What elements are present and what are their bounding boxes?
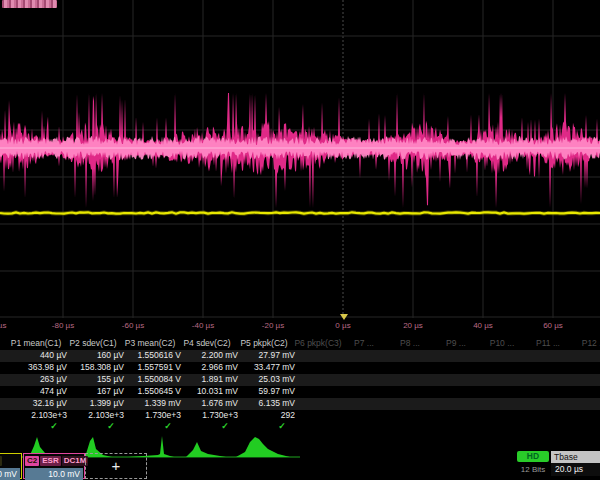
timebase-value: 20.0 µs bbox=[551, 463, 600, 476]
measure-value: 160 µV bbox=[62, 350, 124, 360]
measure-value: 2.103e+3 bbox=[62, 410, 124, 420]
timebase-label: Tbase bbox=[551, 451, 600, 463]
time-axis-label: -100 µs bbox=[0, 321, 6, 330]
hd-mode-badge[interactable]: HD bbox=[517, 451, 549, 462]
c2-channel-tag: C2 bbox=[25, 456, 39, 466]
measure-value: 474 µV bbox=[5, 386, 67, 396]
time-axis-label: -40 µs bbox=[192, 321, 214, 330]
measure-value: 363.98 µV bbox=[5, 362, 67, 372]
waveform-grid bbox=[0, 0, 600, 318]
time-axis-label: -80 µs bbox=[52, 321, 74, 330]
time-axis-label: 0 µs bbox=[335, 321, 350, 330]
measure-value: 1.550616 V bbox=[119, 350, 181, 360]
measure-value: 32.16 µV bbox=[5, 398, 67, 408]
measure-value: 6.135 mV bbox=[233, 398, 295, 408]
measure-header-p3[interactable]: P3 mean(C2) bbox=[119, 338, 181, 348]
measure-value: 1.550645 V bbox=[119, 386, 181, 396]
hd-bits-label: 12 Bits bbox=[514, 465, 552, 474]
time-axis-label: 20 µs bbox=[403, 321, 423, 330]
measure-value: 1.676 mV bbox=[176, 398, 238, 408]
measure-value: 158.308 µV bbox=[62, 362, 124, 372]
measure-value: 27.97 mV bbox=[233, 350, 295, 360]
cropped-pink-label bbox=[2, 0, 57, 8]
c2-esr-tag: ESR bbox=[40, 456, 60, 466]
time-axis-label: -20 µs bbox=[262, 321, 284, 330]
measure-value: 440 µV bbox=[5, 350, 67, 360]
measure-header-inactive[interactable]: P12 ... bbox=[582, 338, 600, 348]
timebase-descriptor-box[interactable]: Tbase 20.0 µs bbox=[551, 451, 600, 478]
measure-value: 263 µV bbox=[5, 374, 67, 384]
measure-header-p4[interactable]: P4 sdev(C2) bbox=[176, 338, 238, 348]
measure-value: 2.103e+3 bbox=[5, 410, 67, 420]
c2-scale: 10.0 mV bbox=[25, 468, 83, 480]
measure-header-p1[interactable]: P1 mean(C1) bbox=[5, 338, 67, 348]
measure-value: 1.399 µV bbox=[62, 398, 124, 408]
measure-value: 2.200 mV bbox=[176, 350, 238, 360]
measure-value: 2.966 mV bbox=[176, 362, 238, 372]
measure-header-inactive[interactable]: P9 ... bbox=[446, 338, 466, 348]
c1-coupling-tag: DC1M bbox=[0, 456, 2, 466]
measure-header-inactive[interactable]: P8 ... bbox=[400, 338, 420, 348]
measure-value: 1.730e+3 bbox=[119, 410, 181, 420]
measure-value: 1.891 mV bbox=[176, 374, 238, 384]
time-axis-label: 40 µs bbox=[473, 321, 493, 330]
measure-header-inactive[interactable]: P6 pkpk(C3) bbox=[294, 338, 341, 348]
measure-value: 10.031 mV bbox=[176, 386, 238, 396]
measure-value: 292 bbox=[233, 410, 295, 420]
measure-value: 1.550084 V bbox=[119, 374, 181, 384]
measure-header-inactive[interactable]: P11 ... bbox=[536, 338, 560, 348]
c1-descriptor-box[interactable]: C1 DC1M 10.0 mV bbox=[0, 453, 22, 479]
measure-value: 1.339 mV bbox=[119, 398, 181, 408]
c2-descriptor-box[interactable]: C2 ESR DC1M 10.0 mV bbox=[23, 453, 85, 479]
time-axis-label: -60 µs bbox=[122, 321, 144, 330]
measure-value: 59.97 mV bbox=[233, 386, 295, 396]
measure-value: 1.730e+3 bbox=[176, 410, 238, 420]
measure-header-p2[interactable]: P2 sdev(C1) bbox=[62, 338, 124, 348]
c1-scale: 10.0 mV bbox=[0, 468, 20, 480]
measure-value: 167 µV bbox=[62, 386, 124, 396]
measure-value: 1.557591 V bbox=[119, 362, 181, 372]
measure-value: 33.477 mV bbox=[233, 362, 295, 372]
trigger-position-marker[interactable] bbox=[340, 314, 348, 320]
measure-header-inactive[interactable]: P10 ... bbox=[490, 338, 515, 348]
measure-value: 155 µV bbox=[62, 374, 124, 384]
oscilloscope-screen: -100 µs-80 µs-60 µs-40 µs-20 µs0 µs20 µs… bbox=[0, 0, 600, 480]
add-trace-button[interactable]: + bbox=[85, 453, 147, 479]
histicon-p5[interactable] bbox=[236, 437, 290, 457]
time-axis-label: 60 µs bbox=[543, 321, 563, 330]
measure-header-p5[interactable]: P5 pkpk(C2) bbox=[233, 338, 295, 348]
measure-value: 25.03 mV bbox=[233, 374, 295, 384]
histicon-p4[interactable] bbox=[186, 442, 226, 457]
measure-header-inactive[interactable]: P7 ... bbox=[354, 338, 374, 348]
